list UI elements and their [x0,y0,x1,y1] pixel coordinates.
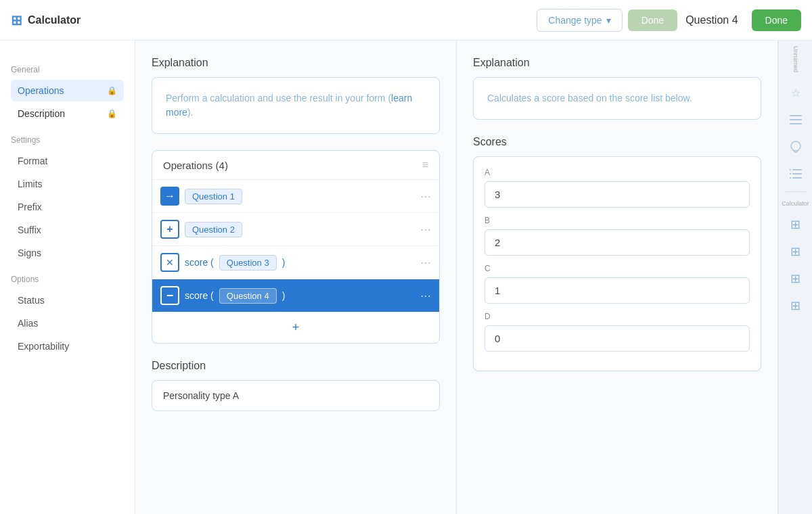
score-row-a: A [484,168,750,208]
sidebar-general-label: General [11,65,124,74]
score-input-b[interactable] [484,229,750,256]
description-title: Description [152,360,440,372]
description-lock-icon: 🔒 [107,109,117,118]
mini-toolbar-calc4-icon[interactable]: ⊞ [784,294,808,318]
app-logo: ⊞ Calculator [11,12,81,28]
score-row-b: B [484,216,750,256]
svg-rect-8 [792,177,802,179]
operations-title: Operations (4) [163,160,228,171]
svg-rect-9 [790,177,791,179]
table-row[interactable]: ✕ score ( Question 3 ) ⋯ [152,246,439,279]
sidebar-operations-label: Operations [18,85,64,96]
operations-lock-icon: 🔒 [107,86,117,95]
op-row1-menu-icon[interactable]: ⋯ [420,190,431,203]
op-row4-menu-icon[interactable]: ⋯ [420,289,431,302]
sidebar-settings-label: Settings [11,135,124,145]
mini-toolbar: Unnamed ☆ Calculator ⊞ ⊞ ⊞ ⊞ [778,41,812,514]
op-question3-tag: Question 3 [219,255,277,271]
right-panel: Explanation Calculates a score based on … [457,41,778,514]
change-type-label: Change type [548,15,602,26]
svg-rect-7 [790,173,791,174]
mini-toolbar-grid-icon[interactable] [784,108,808,132]
score-label-d: D [484,312,750,321]
done-green-button[interactable]: Done [752,9,801,31]
operations-menu-icon[interactable]: ≡ [422,159,428,171]
header-right-actions: Question 4 Done [685,9,801,31]
sidebar: General Operations 🔒 Description 🔒 Setti… [0,41,135,514]
svg-rect-6 [792,173,802,174]
explanation-text: Perform a calculation and use the result… [166,93,391,103]
mini-toolbar-list-icon[interactable] [784,162,808,186]
sidebar-item-suffix[interactable]: Suffix [11,219,124,241]
description-input[interactable] [152,380,440,411]
change-type-button[interactable]: Change type ▾ [537,9,622,32]
mini-toolbar-divider [786,191,806,192]
op-score3-suffix: ) [282,257,286,268]
op-score4-prefix: score ( [185,290,214,301]
score-input-c[interactable] [484,277,750,304]
done-gray-button[interactable]: Done [628,9,677,31]
change-type-arrow: ▾ [606,15,611,26]
score-label-c: C [484,264,750,273]
app-title: Calculator [28,14,81,26]
mini-toolbar-bottom-label: Calculator [782,200,809,207]
add-icon: + [292,321,300,335]
score-label-b: B [484,216,750,225]
op-question4-tag: Question 4 [219,288,277,304]
op-question2-tag: Question 2 [185,222,242,237]
right-explanation-placeholder: Calculates a score based on the score li… [487,93,692,103]
mini-toolbar-calc1-icon[interactable]: ⊞ [784,212,808,237]
question-label: Question 4 [685,14,738,26]
header-center-actions: Change type ▾ Done [537,9,677,32]
op-times-icon: ✕ [160,253,179,272]
sidebar-item-status[interactable]: Status [11,289,124,311]
score-input-d[interactable] [484,325,750,352]
sidebar-item-operations[interactable]: Operations 🔒 [11,80,124,101]
sidebar-item-prefix[interactable]: Prefix [11,196,124,218]
sidebar-item-alias[interactable]: Alias [11,312,124,334]
op-arrow-icon: → [160,187,179,206]
header: ⊞ Calculator Change type ▾ Done Question… [0,0,812,41]
table-row[interactable]: + Question 2 ⋯ [152,213,439,246]
right-explanation-title: Explanation [473,57,761,69]
table-row[interactable]: → Question 1 ⋯ [152,180,439,213]
op-row2-menu-icon[interactable]: ⋯ [420,223,431,236]
main-layout: General Operations 🔒 Description 🔒 Setti… [0,41,812,514]
right-explanation-box: Calculates a score based on the score li… [473,77,761,120]
op-question1-tag: Question 1 [185,189,242,204]
sidebar-item-signs[interactable]: Signs [11,242,124,264]
mini-toolbar-star-icon[interactable]: ☆ [784,80,808,105]
mini-toolbar-calc2-icon[interactable]: ⊞ [784,239,808,264]
op-score3-prefix: score ( [185,257,214,268]
content-area: Explanation Perform a calculation and us… [135,41,812,514]
svg-point-3 [791,141,800,151]
op-plus-icon: + [160,220,179,239]
operations-box: Operations (4) ≡ → Question 1 ⋯ + Questi… [152,150,440,344]
mini-toolbar-calc3-icon[interactable]: ⊞ [784,266,808,291]
sidebar-item-format[interactable]: Format [11,150,124,172]
scores-box: A B C D [473,156,761,371]
operations-header: Operations (4) ≡ [152,151,439,180]
add-operation-button[interactable]: + [152,312,439,343]
mini-toolbar-bubble-icon[interactable] [784,135,808,159]
logo-icon: ⊞ [11,12,22,28]
description-section: Description [152,360,440,411]
left-explanation-box: Perform a calculation and use the result… [152,77,440,134]
op-minus-icon: − [160,286,179,305]
score-input-a[interactable] [484,181,750,208]
svg-rect-0 [790,115,802,116]
svg-rect-1 [790,119,802,120]
sidebar-options-label: Options [11,275,124,284]
svg-rect-4 [792,169,802,170]
op-row3-menu-icon[interactable]: ⋯ [420,256,431,269]
op-score4-suffix: ) [282,290,286,301]
score-row-c: C [484,264,750,304]
sidebar-item-limits[interactable]: Limits [11,173,124,195]
svg-rect-2 [790,123,802,124]
left-explanation-title: Explanation [152,57,440,69]
sidebar-item-exportability[interactable]: Exportability [11,335,124,357]
table-row[interactable]: − score ( Question 4 ) ⋯ [152,279,439,312]
mini-toolbar-top-label: Unnamed [792,46,799,72]
sidebar-item-description[interactable]: Description 🔒 [11,103,124,124]
scores-title: Scores [473,136,761,148]
